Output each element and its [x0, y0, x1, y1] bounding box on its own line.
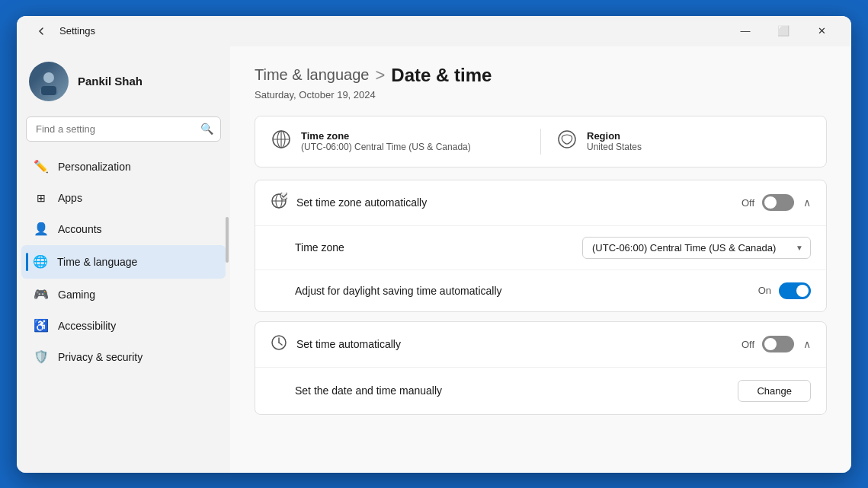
timezone-dropdown-wrapper: (UTC-06:00) Central Time (US & Canada) (… — [582, 237, 811, 259]
timezone-label: Time zone — [301, 130, 471, 142]
close-button[interactable]: ✕ — [804, 19, 839, 43]
user-profile: Pankil Shah — [17, 53, 230, 116]
apps-icon: ⊞ — [34, 190, 49, 206]
content-area: Pankil Shah 🔍 ✏️ Personalization ⊞ Apps … — [17, 46, 851, 473]
timezone-auto-chevron[interactable]: ∧ — [803, 196, 811, 209]
sidebar-item-label: Accessibility — [58, 320, 116, 332]
time-auto-label: Set time automatically — [296, 338, 741, 350]
toggle-thumb — [764, 196, 777, 209]
sidebar-item-label: Personalization — [58, 161, 131, 173]
personalization-icon: ✏️ — [34, 159, 49, 174]
daylight-saving-row: Adjust for daylight saving time automati… — [255, 270, 826, 311]
daylight-saving-label: Adjust for daylight saving time automati… — [295, 285, 758, 297]
manual-time-label: Set the date and time manually — [295, 384, 738, 397]
breadcrumb-parent: Time & language — [255, 66, 369, 84]
daylight-saving-status: On — [758, 285, 771, 296]
window-title: Settings — [59, 25, 95, 37]
timezone-select[interactable]: (UTC-06:00) Central Time (US & Canada) (… — [582, 237, 811, 259]
breadcrumb: Time & language > Date & time — [255, 65, 827, 86]
time-language-icon: 🌐 — [33, 254, 48, 270]
region-info-text: Region United States — [587, 130, 642, 152]
sidebar-item-label: Time & language — [57, 256, 137, 268]
timezone-value: (UTC-06:00) Central Time (US & Canada) — [301, 142, 471, 152]
time-auto-section: Set time automatically Off ∧ Set the dat… — [255, 321, 827, 415]
accounts-icon: 👤 — [34, 222, 49, 237]
sidebar-item-label: Gaming — [58, 289, 95, 301]
region-icon — [556, 129, 578, 155]
region-value: United States — [587, 142, 642, 152]
scrollbar-thumb — [226, 217, 229, 263]
sidebar-item-apps[interactable]: ⊞ Apps — [21, 183, 226, 213]
avatar — [29, 62, 69, 101]
sidebar-item-accessibility[interactable]: ♿ Accessibility — [21, 311, 226, 341]
nav-list: ✏️ Personalization ⊞ Apps 👤 Accounts 🌐 T… — [17, 151, 230, 373]
title-bar-left: Settings — [29, 19, 95, 43]
timezone-auto-section: Set time zone automatically Off ∧ Time z… — [255, 180, 827, 312]
breadcrumb-separator: > — [375, 65, 385, 85]
sidebar-item-personalization[interactable]: ✏️ Personalization — [21, 152, 226, 182]
svg-point-11 — [280, 193, 287, 199]
toggle-thumb — [796, 285, 809, 297]
time-auto-icon — [271, 334, 287, 355]
svg-rect-2 — [41, 86, 56, 95]
sidebar-item-label: Accounts — [58, 223, 102, 235]
timezone-icon — [271, 129, 292, 155]
accessibility-icon: ♿ — [34, 318, 49, 333]
breadcrumb-current: Date & time — [391, 65, 492, 86]
time-auto-chevron[interactable]: ∧ — [803, 338, 811, 350]
timezone-auto-status: Off — [741, 197, 754, 209]
title-bar: Settings — ⬜ ✕ — [17, 16, 851, 46]
maximize-button[interactable]: ⬜ — [766, 19, 801, 43]
sidebar-item-gaming[interactable]: 🎮 Gaming — [21, 279, 226, 310]
manual-time-row: Set the date and time manually Change — [255, 368, 826, 414]
sidebar-item-privacy-security[interactable]: 🛡️ Privacy & security — [21, 342, 226, 372]
timezone-auto-row: Set time zone automatically Off ∧ — [255, 180, 826, 226]
sidebar-item-label: Apps — [58, 192, 82, 204]
timezone-auto-toggle[interactable] — [762, 194, 794, 211]
daylight-saving-toggle[interactable] — [779, 282, 811, 299]
svg-point-7 — [559, 131, 575, 148]
back-button[interactable] — [29, 19, 53, 43]
sidebar-item-time-language[interactable]: 🌐 Time & language — [21, 245, 226, 279]
settings-window: Settings — ⬜ ✕ — [17, 16, 851, 473]
timezone-dropdown-row: Time zone (UTC-06:00) Central Time (US &… — [255, 226, 826, 270]
toggle-thumb — [764, 338, 777, 350]
search-box: 🔍 — [26, 116, 221, 142]
gaming-icon: 🎮 — [34, 287, 49, 302]
search-icon: 🔍 — [200, 123, 213, 135]
user-name: Pankil Shah — [78, 75, 143, 88]
sidebar: Pankil Shah 🔍 ✏️ Personalization ⊞ Apps … — [17, 46, 230, 473]
sidebar-item-label: Privacy & security — [58, 351, 143, 363]
timezone-info-text: Time zone (UTC-06:00) Central Time (US &… — [301, 130, 471, 152]
timezone-auto-icon — [271, 193, 287, 213]
region-info-card: Region United States — [540, 129, 811, 155]
sidebar-item-accounts[interactable]: 👤 Accounts — [21, 214, 226, 244]
active-indicator — [26, 253, 28, 271]
svg-line-14 — [279, 343, 282, 345]
time-auto-row: Set time automatically Off ∧ — [255, 322, 826, 368]
timezone-auto-label: Set time zone automatically — [296, 196, 741, 209]
privacy-icon: 🛡️ — [34, 349, 49, 365]
minimize-button[interactable]: — — [728, 19, 763, 43]
timezone-info-card: Time zone (UTC-06:00) Central Time (US &… — [271, 129, 525, 155]
time-auto-status: Off — [741, 339, 754, 350]
time-auto-toggle[interactable] — [762, 336, 794, 352]
change-time-button[interactable]: Change — [738, 380, 811, 402]
info-row: Time zone (UTC-06:00) Central Time (US &… — [255, 116, 827, 167]
search-input[interactable] — [26, 116, 221, 142]
timezone-dropdown-label: Time zone — [295, 241, 582, 254]
date-display: Saturday, October 19, 2024 — [255, 89, 827, 100]
svg-point-0 — [43, 72, 54, 83]
region-label: Region — [587, 130, 642, 142]
window-controls: — ⬜ ✕ — [728, 19, 839, 43]
main-content: Time & language > Date & time Saturday, … — [230, 46, 851, 473]
